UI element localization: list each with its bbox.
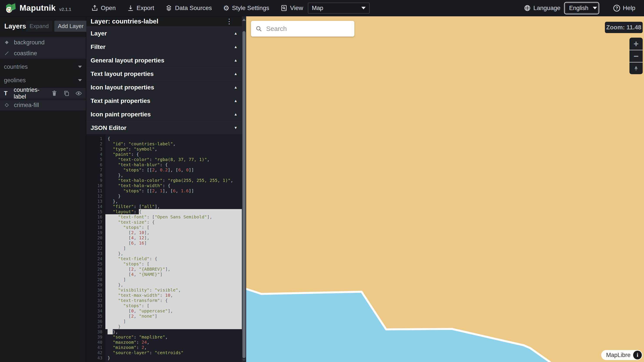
line-number: 27 (86, 272, 102, 277)
code-line[interactable]: "id": "countries-label", (108, 141, 242, 146)
line-number: 12 (86, 194, 102, 199)
code-line[interactable]: }, (108, 251, 242, 256)
code-line[interactable]: ] (108, 277, 242, 282)
layer-row-background[interactable]: background (0, 37, 86, 48)
section-general-layout-properties[interactable]: General layout properties▲ (86, 53, 242, 67)
code-line[interactable]: }, (108, 282, 242, 287)
code-line[interactable]: "layout": { (108, 209, 242, 214)
layer-row-countries-label[interactable]: Tcountries-label (0, 88, 86, 99)
menu-help[interactable]: ? Help (613, 5, 635, 12)
add-layer-button[interactable]: Add Layer (54, 21, 87, 32)
code-line[interactable]: "minzoom": 2, (108, 345, 242, 350)
map-attribution: MapLibre i (601, 350, 642, 360)
section-icon-paint-properties[interactable]: Icon paint properties▲ (86, 107, 242, 121)
code-line[interactable]: "source": "maplibre", (108, 334, 242, 339)
code-line[interactable]: }, (108, 172, 242, 178)
code-line[interactable]: "stops": [[2, 1], [6, 1.6]] (108, 188, 242, 194)
code-line[interactable]: "stops": [ (108, 261, 242, 267)
view-mode-select[interactable]: Map (308, 3, 370, 14)
scroll-up-arrow-icon[interactable] (242, 19, 246, 21)
zoom-in-button[interactable]: + (630, 38, 643, 50)
line-number: 6 (86, 162, 102, 167)
menu-data-sources[interactable]: Data Sources (165, 5, 212, 12)
expand-button[interactable]: Expand (26, 21, 52, 32)
eye-icon[interactable] (76, 90, 82, 97)
code-line[interactable]: { (108, 136, 242, 141)
map-canvas[interactable]: Zoom: 11.48 + − ▲▼ MapLibre i (246, 16, 644, 362)
layer-row-geolines[interactable]: geolines (0, 75, 86, 86)
attribution-link[interactable]: MapLibre (606, 352, 630, 358)
section-json-editor[interactable]: JSON Editor▼ (86, 121, 242, 134)
code-line[interactable]: "type": "symbol", (108, 146, 242, 152)
code-line[interactable]: "text-halo-blur": { (108, 162, 242, 167)
section-layer[interactable]: Layer▲ (86, 26, 242, 40)
code-line[interactable]: "text-max-width": 10, (108, 293, 242, 298)
code-line[interactable]: "text-halo-color": "rgba(255, 255, 255, … (108, 178, 242, 183)
code-line[interactable]: "stops": [ (108, 225, 242, 230)
line-number: 30 (86, 287, 102, 293)
compass-button[interactable]: ▲▼ (630, 62, 643, 74)
line-number: 13 (86, 199, 102, 204)
code-line[interactable]: "maxzoom": 24, (108, 339, 242, 345)
layer-row-crimea-fill[interactable]: crimea-fill (0, 100, 86, 110)
code-line[interactable]: }, (108, 199, 242, 204)
chevron-down-icon (78, 79, 82, 81)
menu-export[interactable]: Export (127, 5, 154, 12)
scroll-down-arrow-icon[interactable] (242, 359, 246, 361)
info-icon[interactable]: i (633, 351, 642, 359)
section-icon-layout-properties[interactable]: Icon layout properties▲ (86, 80, 242, 94)
chevron-up-icon: ▲ (234, 58, 238, 63)
search-input[interactable] (266, 25, 350, 33)
code-line[interactable]: "text-field": { (108, 256, 242, 261)
chevron-up-icon: ▲ (234, 31, 238, 36)
json-editor-code: { "id": "countries-label", "type": "symb… (106, 134, 242, 362)
section-text-paint-properties[interactable]: Text paint properties▲ (86, 94, 242, 107)
line-number: 18 (86, 225, 102, 230)
code-line[interactable]: [2, "{ABBREV}"], (108, 267, 242, 272)
layer-row-coastline[interactable]: coastline (0, 48, 86, 59)
code-line[interactable]: "visibility": "visible", (108, 287, 242, 293)
code-line[interactable]: "text-size": { (108, 220, 242, 225)
line-number: 11 (86, 188, 102, 194)
duplicate-icon[interactable] (63, 90, 70, 97)
layer-row-countries[interactable]: countries (0, 61, 86, 72)
code-line[interactable]: } (108, 355, 242, 360)
layers-panel-header: Layers Expand Add Layer (0, 16, 86, 34)
section-filter[interactable]: Filter▲ (86, 40, 242, 53)
code-line[interactable]: "text-halo-width": { (108, 183, 242, 188)
code-line[interactable]: [6, 16] (108, 240, 242, 246)
zoom-out-button[interactable]: − (630, 50, 643, 62)
map-search-box (251, 21, 354, 37)
code-line[interactable]: } (108, 324, 242, 329)
kebab-menu-icon[interactable]: ⋮ (226, 18, 233, 25)
code-line[interactable]: "source-layer": "centroids" (108, 350, 242, 355)
panel-scrollbar[interactable] (242, 16, 246, 362)
code-line[interactable]: ] (108, 319, 242, 324)
scrollbar-thumb[interactable] (242, 31, 246, 358)
code-line[interactable]: "text-font": ["Open Sans Semibold"], (108, 214, 242, 220)
code-line[interactable]: ] (108, 246, 242, 251)
code-line[interactable]: "paint": { (108, 152, 242, 157)
code-line[interactable]: [0, "uppercase"], (108, 308, 242, 313)
json-editor[interactable]: 1234567891011121314151617181920212223242… (86, 134, 242, 362)
menu-open[interactable]: Open (91, 5, 116, 12)
code-line[interactable]: "stops": [[2, 0.2], [6, 0]] (108, 167, 242, 172)
menu-view[interactable]: View (280, 5, 303, 12)
code-line[interactable]: "stops": [ (108, 303, 242, 308)
code-line[interactable]: "text-color": "rgba(8, 37, 77, 1)", (108, 157, 242, 162)
code-line[interactable]: [2, 10], (108, 230, 242, 235)
code-line[interactable]: [2, "none"] (108, 313, 242, 319)
code-line[interactable]: "filter": ["all"], (108, 204, 242, 209)
language-select[interactable]: English (565, 3, 598, 13)
line-number: 24 (86, 256, 102, 261)
section-text-layout-properties[interactable]: Text layout properties▲ (86, 67, 242, 80)
code-line[interactable]: [4, "{NAME}"] (108, 272, 242, 277)
code-line[interactable]: [4, 12], (108, 235, 242, 240)
code-line[interactable]: "text-transform": { (108, 298, 242, 303)
line-number: 36 (86, 319, 102, 324)
code-line[interactable]: }, (108, 329, 242, 334)
trash-icon[interactable] (51, 90, 58, 97)
line-number: 19 (86, 230, 102, 235)
menu-style-settings[interactable]: ⚙Style Settings (223, 5, 269, 12)
code-line[interactable]: } (108, 194, 242, 199)
